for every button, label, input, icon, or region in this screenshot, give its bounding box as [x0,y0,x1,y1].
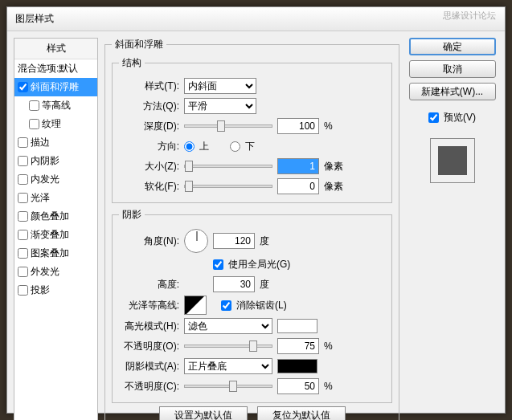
preview-checkbox[interactable] [428,112,439,123]
sidebar-checkbox[interactable] [18,174,28,185]
depth-input[interactable] [277,118,319,134]
shadow-mode-select[interactable]: 正片叠底 [184,358,272,374]
technique-select[interactable]: 平滑 [184,98,256,114]
new-style-button[interactable]: 新建样式(W)... [409,83,496,100]
sidebar-item-label: 外发光 [31,265,59,279]
sidebar-item-label: 等高线 [42,99,71,112]
sidebar-checkbox[interactable] [18,285,28,296]
bevel-legend: 斜面和浮雕 [112,38,166,51]
styles-sidebar: 样式 混合选项:默认 斜面和浮雕等高线纹理描边内阴影内发光光泽颜色叠加渐变叠加图… [14,38,98,420]
sidebar-item-光泽[interactable]: 光泽 [14,189,97,207]
sidebar-item-斜面和浮雕[interactable]: 斜面和浮雕 [14,78,97,96]
sidebar-item-label: 内发光 [31,173,59,186]
sidebar-checkbox[interactable] [18,230,28,240]
highlight-opacity-input[interactable] [277,338,319,354]
size-slider[interactable] [184,165,272,168]
sidebar-item-内阴影[interactable]: 内阴影 [14,152,97,170]
sidebar-item-颜色叠加[interactable]: 颜色叠加 [14,207,97,226]
sidebar-item-label: 渐变叠加 [31,228,69,242]
sidebar-item-图案叠加[interactable]: 图案叠加 [14,244,97,263]
direction-up-radio[interactable] [184,141,195,152]
window-title: 图层样式 [7,7,505,31]
sidebar-checkbox[interactable] [18,248,28,259]
reset-default-button[interactable]: 复位为默认值 [257,406,346,420]
highlight-mode-label: 高光模式(H): [119,320,179,333]
sidebar-item-label: 光泽 [31,191,50,205]
highlight-color-swatch[interactable] [277,319,317,333]
shadow-color-swatch[interactable] [277,359,317,373]
sidebar-checkbox[interactable] [29,100,39,111]
cancel-button[interactable]: 取消 [409,60,496,78]
sidebar-item-label: 纹理 [42,117,61,131]
sidebar-item-label: 投影 [31,283,50,297]
sidebar-item-label: 斜面和浮雕 [31,80,79,94]
sidebar-item-等高线[interactable]: 等高线 [14,96,97,115]
angle-input[interactable] [213,233,255,249]
style-label: 样式(T): [119,80,179,93]
depth-slider[interactable] [184,124,272,128]
layer-style-dialog: 图层样式 样式 混合选项:默认 斜面和浮雕等高线纹理描边内阴影内发光光泽颜色叠加… [6,6,506,414]
sidebar-item-纹理[interactable]: 纹理 [14,115,97,133]
right-panel: 确定 取消 新建样式(W)... 预览(V) [406,38,498,420]
main-panel: 斜面和浮雕 结构 样式(T): 内斜面 方法(Q): 平滑 深度(D): [104,38,399,420]
shadow-opacity-label: 不透明度(C): [119,380,179,393]
make-default-button[interactable]: 设置为默认值 [159,406,248,420]
depth-label: 深度(D): [119,120,179,133]
altitude-input[interactable] [213,276,255,292]
global-light-checkbox[interactable] [213,259,223,270]
sidebar-checkbox[interactable] [29,119,39,129]
sidebar-item-外发光[interactable]: 外发光 [14,263,97,281]
angle-dial[interactable] [184,229,208,253]
soften-slider[interactable] [184,185,272,188]
technique-label: 方法(Q): [119,100,179,113]
size-input[interactable] [277,158,319,174]
altitude-label: 高度: [119,278,179,292]
sidebar-checkbox[interactable] [18,137,28,148]
direction-down-radio[interactable] [230,141,240,152]
direction-label: 方向: [119,140,179,153]
structure-fieldset: 结构 样式(T): 内斜面 方法(Q): 平滑 深度(D): % [112,56,392,203]
watermark-text: 思缘设计论坛 [443,10,496,22]
sidebar-item-label: 图案叠加 [31,247,69,260]
shadow-opacity-input[interactable] [277,378,319,394]
soften-input[interactable] [277,178,319,194]
highlight-opacity-slider[interactable] [184,345,272,348]
antialias-checkbox[interactable] [221,300,231,311]
highlight-mode-select[interactable]: 滤色 [184,318,272,334]
sidebar-item-label: 颜色叠加 [31,210,69,223]
shading-fieldset: 阴影 角度(N): 度 使用全局光(G) 高度: [112,208,392,403]
size-label: 大小(Z): [119,160,179,173]
sidebar-header: 样式 [14,39,97,59]
preview-swatch [430,138,475,183]
sidebar-item-label: 内阴影 [31,154,59,168]
sidebar-checkbox[interactable] [18,156,28,166]
sidebar-item-渐变叠加[interactable]: 渐变叠加 [14,226,97,244]
highlight-opacity-label: 不透明度(O): [119,340,179,353]
angle-label: 角度(N): [119,234,179,248]
sidebar-item-描边[interactable]: 描边 [14,133,97,152]
sidebar-item-内发光[interactable]: 内发光 [14,170,97,189]
shadow-opacity-slider[interactable] [184,385,272,388]
sidebar-blending-options[interactable]: 混合选项:默认 [14,59,97,78]
ok-button[interactable]: 确定 [409,38,496,55]
sidebar-checkbox[interactable] [18,211,28,222]
bevel-fieldset: 斜面和浮雕 结构 样式(T): 内斜面 方法(Q): 平滑 深度(D): [104,38,399,420]
shadow-mode-label: 阴影模式(A): [119,360,179,373]
sidebar-checkbox[interactable] [18,267,28,277]
soften-label: 软化(F): [119,180,179,194]
gloss-contour[interactable] [184,296,207,315]
sidebar-item-投影[interactable]: 投影 [14,281,97,300]
style-select[interactable]: 内斜面 [184,78,256,94]
gloss-label: 光泽等高线: [119,299,179,312]
sidebar-checkbox[interactable] [18,193,28,203]
sidebar-item-label: 描边 [31,136,50,149]
sidebar-checkbox[interactable] [18,82,28,92]
